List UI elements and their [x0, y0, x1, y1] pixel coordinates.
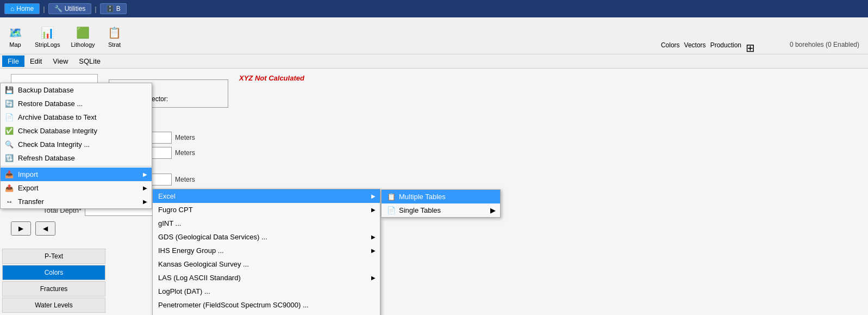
kansas-item[interactable]: Kansas Geological Survey ... — [153, 257, 380, 271]
restore-database-item[interactable]: 🔄 Restore Database ... — [1, 97, 152, 110]
b-tab[interactable]: 🗄️ B — [100, 3, 127, 14]
las-item[interactable]: LAS (Log ASCII Standard) ▶ — [153, 271, 380, 285]
toolbar: 🗺️ Map 📊 StripLogs 🟩 Lithology 📋 Strat C… — [0, 17, 868, 54]
left-sidebar: P-Text Colors Fractures Water Levels — [0, 246, 108, 315]
ptext-button[interactable]: P-Text — [2, 249, 105, 264]
check-db-integrity-item[interactable]: ✅ Check Database Integrity — [1, 124, 152, 138]
toolbar-map[interactable]: 🗺️ Map — [4, 23, 26, 49]
easting-unit: Meters — [175, 134, 195, 141]
strat-icon: 📋 — [106, 24, 123, 41]
menu-sep1 — [1, 166, 152, 166]
utilities-tab[interactable]: 🔧 Utilities — [48, 3, 92, 14]
single-tables-item[interactable]: 📄 Single Tables ▶ — [382, 203, 500, 217]
fugro-arrow: ▶ — [371, 207, 376, 213]
grid-icon[interactable]: ⊞ — [746, 41, 755, 54]
multiple-tables-icon: 📋 — [387, 193, 396, 201]
excel-submenu: 📋 Multiple Tables 📄 Single Tables ▶ — [381, 189, 501, 218]
toolbar-strat[interactable]: 📋 Strat — [104, 23, 126, 49]
fractures-button[interactable]: Fractures — [2, 281, 105, 297]
check-db-icon: ✅ — [4, 127, 15, 135]
toolbar-striplogs[interactable]: 📊 StripLogs — [33, 23, 62, 49]
check-data-integrity-item[interactable]: 🔍 Check Data Integrity ... — [1, 138, 152, 151]
menu-sqlite[interactable]: SQLite — [73, 55, 106, 67]
restore-icon: 🔄 — [4, 100, 15, 108]
refresh-icon: 🔃 — [4, 154, 15, 162]
backup-database-item[interactable]: 💾 Backup Database — [1, 83, 152, 97]
menu-file[interactable]: File — [2, 55, 24, 67]
transfer-arrow: ▶ — [143, 199, 147, 205]
home-tab[interactable]: ⌂ Home — [4, 3, 40, 14]
file-menu-dropdown: 💾 Backup Database 🔄 Restore Database ...… — [0, 83, 152, 209]
bottom-btn2[interactable]: ◀ — [35, 221, 55, 236]
lithology-icon: 🟩 — [74, 24, 92, 41]
check-data-icon: 🔍 — [4, 140, 15, 149]
excel-arrow: ▶ — [371, 193, 376, 199]
refresh-database-item[interactable]: 🔃 Refresh Database — [1, 151, 152, 165]
utilities-icon: 🔧 — [54, 5, 63, 13]
divider2: | — [95, 5, 96, 13]
production-toolbar-label[interactable]: Production — [710, 41, 741, 54]
archive-icon: 📄 — [4, 113, 15, 121]
import-item[interactable]: 📥 Import ▶ — [1, 168, 152, 181]
b-icon: 🗄️ — [106, 5, 114, 13]
gint-item[interactable]: gINT ... — [153, 217, 380, 230]
gds-item[interactable]: GDS (Geological Data Services) ... ▶ — [153, 230, 380, 244]
title-bar: ⌂ Home | 🔧 Utilities | 🗄️ B — [0, 0, 868, 17]
menu-edit[interactable]: Edit — [24, 55, 47, 67]
backup-icon: 💾 — [4, 86, 15, 94]
logplot-item[interactable]: LogPlot (DAT) ... — [153, 285, 380, 298]
multiple-tables-item[interactable]: 📋 Multiple Tables — [382, 190, 500, 203]
ihs-item[interactable]: IHS Energy Group ... ▶ — [153, 244, 380, 257]
penetrometer-item[interactable]: Penetrometer (FieldScout Spectrum SC9000… — [153, 298, 380, 312]
export-icon: 📤 — [4, 184, 15, 192]
water-levels-button[interactable]: Water Levels — [2, 298, 105, 313]
ihs-arrow: ▶ — [371, 248, 376, 254]
colors-toolbar-label[interactable]: Colors — [661, 41, 680, 54]
menu-bar: File Edit View SQLite — [0, 54, 868, 69]
import-arrow: ▶ — [143, 171, 147, 177]
divider: | — [43, 5, 45, 13]
elevation-unit: Meters — [175, 176, 195, 183]
main-area: Symbol Raster: Vector: XYZ Not Calculate… — [0, 69, 868, 315]
map-icon: 🗺️ — [7, 24, 24, 41]
archive-database-item[interactable]: 📄 Archive Database to Text — [1, 110, 152, 124]
export-item[interactable]: 📤 Export ▶ — [1, 181, 152, 195]
transfer-icon: ↔ — [4, 197, 15, 206]
bottom-btn1[interactable]: ▶ — [11, 221, 31, 236]
striplogs-icon: 📊 — [39, 24, 56, 41]
northing-unit: Meters — [175, 149, 195, 157]
import-icon: 📥 — [4, 170, 15, 178]
las-arrow: ▶ — [371, 275, 376, 281]
single-tables-icon: 📄 — [387, 206, 396, 214]
status-bar: 0 boreholes (0 Enabled) — [790, 41, 859, 48]
transfer-item[interactable]: ↔ Transfer ▶ — [1, 195, 152, 208]
colors-button[interactable]: Colors — [2, 265, 105, 280]
tobin-item[interactable]: Tobin WCS ... — [153, 312, 380, 315]
home-icon: ⌂ — [10, 5, 14, 13]
single-tables-arrow: ▶ — [490, 206, 496, 214]
toolbar-lithology[interactable]: 🟩 Lithology — [68, 23, 97, 49]
excel-item[interactable]: Excel ▶ — [153, 189, 380, 203]
gds-arrow: ▶ — [371, 234, 376, 240]
vectors-toolbar-label[interactable]: Vectors — [684, 41, 706, 54]
menu-view[interactable]: View — [47, 55, 73, 67]
xyz-error: XYZ Not Calculated — [239, 74, 304, 82]
export-arrow: ▶ — [143, 185, 147, 191]
import-submenu: Excel ▶ Fugro CPT ▶ gINT ... GDS (Geolog… — [152, 189, 380, 315]
fugro-cpt-item[interactable]: Fugro CPT ▶ — [153, 203, 380, 217]
